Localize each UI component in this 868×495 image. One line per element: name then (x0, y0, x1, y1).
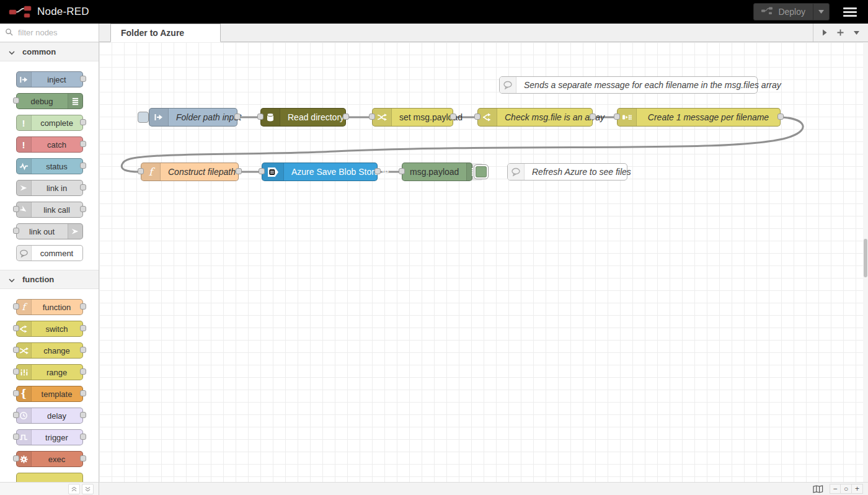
link-out-icon (68, 224, 82, 239)
palette-node-link-in[interactable]: link in (16, 180, 83, 196)
palette-node-debug[interactable]: debug (16, 93, 83, 109)
status-icon (17, 159, 32, 174)
inject-trigger-button[interactable] (138, 112, 149, 123)
palette-node-link-call[interactable]: link call (16, 202, 83, 218)
palette-node-partial[interactable] (16, 473, 83, 482)
output-port (80, 163, 86, 169)
node-red-logo-icon (9, 4, 32, 19)
node-azure-save-blob-storage[interactable]: Azure Save Blob Storage (262, 163, 378, 181)
change-icon (373, 109, 392, 126)
output-port (80, 141, 86, 147)
input-port[interactable] (474, 114, 480, 120)
input-port (13, 325, 19, 331)
workspace-tabbar: Folder to Azure (99, 24, 868, 42)
palette-node-comment[interactable]: comment (16, 245, 83, 261)
deploy-icon (761, 7, 773, 17)
comment-icon (508, 164, 525, 180)
expand-all-button[interactable] (82, 484, 94, 494)
output-port (80, 206, 86, 212)
output-port[interactable] (777, 114, 784, 120)
navigator-button[interactable] (813, 485, 823, 493)
deploy-options-button[interactable] (813, 4, 829, 20)
output-port (80, 184, 86, 190)
comment-node[interactable]: Refresh Azure to see files (507, 163, 627, 181)
node-create-message-per-filename[interactable]: Create 1 message per filename (617, 108, 781, 127)
input-port (13, 206, 19, 212)
zoom-reset-button[interactable]: ○ (841, 484, 852, 494)
palette-node-status[interactable]: status (16, 158, 83, 174)
output-port (80, 303, 86, 310)
output-port (80, 412, 86, 418)
input-port[interactable] (369, 114, 375, 120)
collapse-all-button[interactable] (68, 484, 80, 494)
scrollbar-thumb[interactable] (864, 239, 867, 277)
tab-folder-to-azure[interactable]: Folder to Azure (110, 24, 221, 42)
output-port (80, 119, 86, 125)
palette-search[interactable] (0, 24, 99, 42)
input-port[interactable] (257, 114, 264, 120)
app-header: Node-RED Deploy (0, 0, 868, 24)
deploy-button[interactable]: Deploy (753, 3, 830, 20)
debug-enable-toggle[interactable] (474, 164, 489, 179)
palette-node-template[interactable]: { template (16, 386, 83, 402)
zoom-out-button[interactable]: − (830, 484, 841, 494)
palette-node-inject[interactable]: inject (16, 71, 83, 87)
zoom-in-button[interactable]: + (852, 484, 863, 494)
flow-list-button[interactable] (854, 31, 859, 35)
input-port (13, 390, 19, 396)
input-port (13, 412, 19, 418)
palette-node-catch[interactable]: ! catch (16, 136, 83, 153)
chevron-down-icon (9, 274, 15, 285)
output-port[interactable] (343, 114, 349, 120)
palette-category-common[interactable]: common (0, 42, 99, 61)
comment-icon (17, 246, 32, 261)
palette-node-link-out[interactable]: link out (16, 223, 83, 239)
output-port[interactable] (374, 168, 381, 174)
node-msg-payload-debug[interactable]: msg.payload (402, 163, 472, 181)
debug-icon (68, 94, 82, 109)
palette-node-trigger[interactable]: trigger (16, 429, 83, 445)
palette-node-function[interactable]: f function (16, 299, 83, 315)
complete-icon: ! (17, 115, 32, 130)
flow-canvas[interactable]: Sends a separate message for each filena… (99, 42, 863, 482)
main-menu-button[interactable] (841, 5, 859, 19)
output-port[interactable] (450, 114, 456, 120)
input-port (13, 368, 19, 375)
palette-search-input[interactable] (17, 27, 87, 38)
input-port (13, 97, 19, 104)
add-flow-button[interactable] (837, 29, 844, 36)
palette-node-exec[interactable]: exec (16, 451, 83, 467)
palette-node-range[interactable]: range (16, 364, 83, 380)
palette-node-switch[interactable]: switch (16, 321, 83, 337)
palette-footer (0, 482, 99, 495)
output-port (80, 325, 86, 331)
deploy-label: Deploy (778, 7, 805, 17)
palette-category-function[interactable]: function (0, 270, 99, 289)
canvas-vertical-scrollbar[interactable] (863, 42, 868, 482)
search-icon (5, 27, 13, 38)
palette-node-complete[interactable]: ! complete (16, 115, 83, 131)
tab-scroll-right-icon[interactable] (822, 29, 827, 36)
input-port[interactable] (259, 168, 265, 174)
azure-blob-icon (262, 163, 284, 181)
input-port[interactable] (399, 168, 405, 174)
output-port (80, 368, 86, 375)
chevron-down-icon (9, 47, 15, 58)
input-port[interactable] (138, 168, 144, 174)
output-port (80, 76, 86, 82)
output-port[interactable] (590, 114, 596, 120)
node-construct-filepath[interactable]: f Construct filepath (141, 163, 239, 181)
link-in-icon (17, 181, 32, 195)
output-port[interactable] (236, 168, 242, 174)
node-set-msg-payload[interactable]: set msg.payload (372, 108, 453, 127)
input-port (13, 455, 19, 462)
comment-node[interactable]: Sends a separate message for each filena… (499, 76, 758, 94)
node-check-msg-file-array[interactable]: Check msg.file is an array (477, 108, 593, 127)
palette-node-delay[interactable]: delay (16, 408, 83, 424)
workspace-footer: − ○ + (99, 482, 868, 495)
input-port[interactable] (614, 114, 620, 120)
output-port[interactable] (234, 114, 241, 120)
node-folder-path-input[interactable]: Folder path input (149, 108, 237, 127)
palette-node-change[interactable]: change (16, 342, 83, 359)
node-read-directory[interactable]: Read directory (260, 108, 346, 127)
